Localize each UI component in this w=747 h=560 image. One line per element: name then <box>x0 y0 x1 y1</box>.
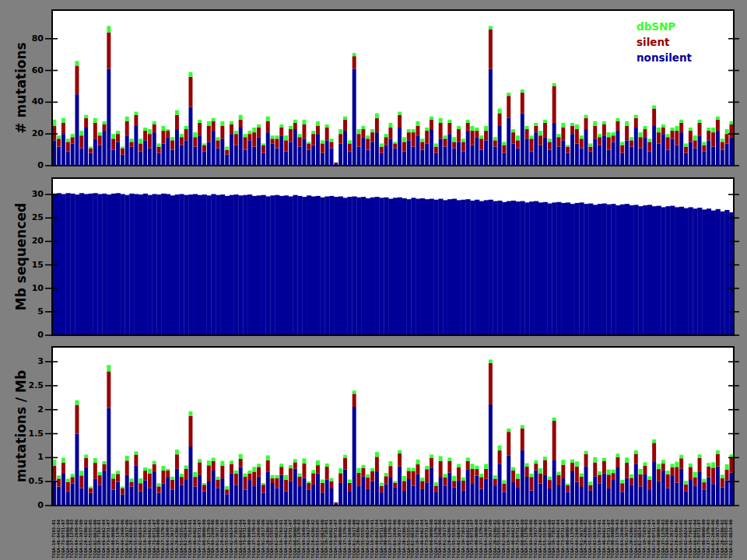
bar-segment <box>139 483 142 491</box>
bar-segment <box>666 150 670 166</box>
bar-segment <box>79 131 83 135</box>
bar-segment <box>184 469 188 480</box>
bar <box>465 199 470 335</box>
bar-segment <box>357 473 361 486</box>
bar <box>70 194 75 335</box>
bar-segment <box>325 467 329 480</box>
bar-segment <box>239 454 243 459</box>
bar-segment <box>325 140 329 166</box>
bar-segment <box>352 69 356 166</box>
bar-segment <box>444 135 447 138</box>
bar <box>93 193 98 335</box>
bar-segment <box>266 132 270 166</box>
bar-segment <box>521 450 524 506</box>
bar <box>97 194 102 335</box>
bar <box>116 193 121 335</box>
bar-segment <box>598 134 601 137</box>
bar-segment <box>293 469 297 506</box>
bar-segment <box>216 480 220 488</box>
bar-segment <box>61 118 65 123</box>
bar-segment <box>457 142 461 166</box>
bar <box>134 194 139 335</box>
bar-segment <box>107 26 110 32</box>
bar-segment <box>625 121 629 126</box>
bar-segment <box>207 481 211 506</box>
bar-segment <box>357 486 361 506</box>
bar-segment <box>575 467 579 482</box>
bar-segment <box>416 121 420 126</box>
bar-segment <box>425 128 429 131</box>
bar-segment <box>261 145 265 152</box>
y-tick-label: 3 <box>0 356 44 367</box>
bar-segment <box>239 459 243 467</box>
bar-segment <box>493 479 497 486</box>
bar-segment <box>647 138 651 142</box>
bar-segment <box>552 123 556 166</box>
bar-segment <box>630 140 633 146</box>
bar-segment <box>170 477 174 480</box>
bar-segment <box>588 147 592 152</box>
bar-segment <box>402 491 406 506</box>
bar <box>502 202 507 335</box>
bar-segment <box>666 137 670 149</box>
bar-segment <box>348 483 352 491</box>
bar-segment <box>507 118 510 166</box>
bar-segment <box>148 149 152 166</box>
bar-segment <box>107 33 110 69</box>
bar-segment <box>275 135 279 138</box>
bar-segment <box>311 131 315 134</box>
bar-segment <box>225 155 229 166</box>
bar <box>198 195 202 335</box>
bar-segment <box>593 463 597 477</box>
bar-segment <box>661 460 665 464</box>
bar-segment <box>116 134 120 142</box>
bar-segment <box>566 485 570 492</box>
bar-segment <box>711 132 715 146</box>
bar-segment <box>61 458 65 463</box>
bar-segment <box>534 123 538 126</box>
bar-segment <box>107 371 110 408</box>
bar-segment <box>444 147 447 166</box>
bar-segment <box>538 145 542 166</box>
bar-segment <box>716 454 720 467</box>
bar-segment <box>98 475 102 485</box>
bar-segment <box>125 121 129 135</box>
bar-segment <box>679 455 683 458</box>
bar-segment <box>566 153 570 166</box>
bar-segment <box>530 135 534 138</box>
bar-segment <box>271 135 275 138</box>
bar <box>84 194 89 335</box>
bar-segment <box>489 69 493 166</box>
bar-segment <box>103 471 107 506</box>
bar-segment <box>75 94 79 166</box>
bar-segment <box>471 464 475 468</box>
bar-segment <box>693 477 697 485</box>
bar-segment <box>657 132 661 143</box>
bar-segment <box>284 135 288 140</box>
chart-svg: TCGA-19-7193-01TCGA-46-8462-04TCGA-73-97… <box>0 0 747 560</box>
bar-segment <box>161 466 165 471</box>
bar-segment <box>380 486 384 492</box>
bar-segment <box>511 482 515 506</box>
bar-segment <box>316 126 320 134</box>
bar-segment <box>330 478 334 481</box>
bar <box>352 197 356 335</box>
bar-segment <box>289 481 293 506</box>
bar-segment <box>607 488 611 506</box>
legend-item-nonsilent: nonsilent <box>637 50 692 65</box>
bar-segment <box>52 480 56 506</box>
bar-segment <box>580 135 584 138</box>
bar-segment <box>193 147 197 166</box>
bar-segment <box>247 131 251 134</box>
bar-segment <box>447 472 451 506</box>
bar-segment <box>393 483 397 488</box>
bar-segment <box>511 143 515 166</box>
bar-segment <box>407 140 411 166</box>
bar-segment <box>711 462 715 467</box>
bar-segment <box>671 476 675 506</box>
bar-segment <box>729 473 733 506</box>
bar-segment <box>189 77 193 107</box>
bar-segment <box>702 489 706 506</box>
bar-segment <box>530 138 534 151</box>
bar-segment <box>388 461 392 466</box>
